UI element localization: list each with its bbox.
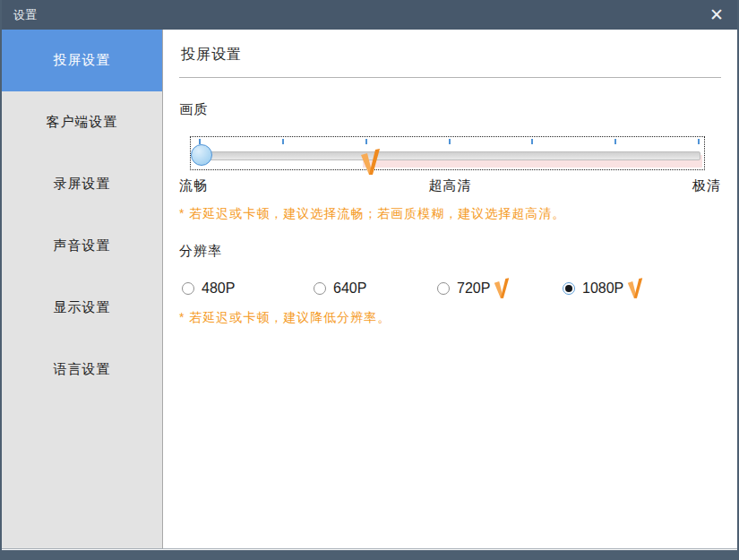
radio-circle-icon[interactable]: [314, 282, 326, 295]
settings-dialog: 设置 ✕ 投屏设置 客户端设置 录屏设置 声音设置 显示设置 语言设置: [0, 0, 739, 560]
close-icon[interactable]: ✕: [703, 3, 730, 27]
resolution-label: 分辨率: [179, 243, 721, 260]
radio-640p[interactable]: 640P: [314, 280, 437, 297]
sidebar-item-label: 客户端设置: [47, 114, 118, 131]
main-panel: 投屏设置 画质: [163, 30, 737, 548]
slider-tick: [614, 139, 616, 144]
radio-label: 720P: [457, 280, 490, 297]
sidebar-item-recording-settings[interactable]: 录屏设置: [2, 153, 162, 215]
resolution-options: 480P 640P 720P: [179, 278, 721, 298]
radio-1080p[interactable]: 1080P: [563, 278, 643, 298]
slider-label-ultra-hd: 超高清: [429, 177, 472, 194]
sidebar-item-label: 声音设置: [54, 237, 111, 254]
slider-scale-labels: 流畅 超高清 极清: [179, 177, 721, 194]
radio-circle-icon[interactable]: [437, 282, 450, 295]
resolution-note: * 若延迟或卡顿，建议降低分辨率。: [179, 310, 721, 326]
sidebar-item-client-settings[interactable]: 客户端设置: [2, 91, 162, 153]
vip-check-icon: [360, 149, 381, 178]
sidebar-item-sound-settings[interactable]: 声音设置: [2, 215, 162, 277]
radio-circle-icon[interactable]: [563, 282, 575, 295]
dialog-body: 投屏设置 客户端设置 录屏设置 声音设置 显示设置 语言设置 投屏设置 画质: [2, 30, 737, 549]
sidebar-item-display-settings[interactable]: 显示设置: [2, 277, 162, 339]
window-bottom-frame: [2, 550, 737, 560]
slider-tick: [282, 139, 284, 144]
sidebar-item-label: 显示设置: [54, 299, 111, 316]
slider-label-extreme: 极清: [692, 177, 721, 194]
sidebar-item-label: 语言设置: [54, 361, 111, 378]
quality-slider[interactable]: [190, 136, 705, 170]
slider-tick: [365, 139, 367, 144]
radio-720p[interactable]: 720P: [437, 278, 563, 298]
quality-note: * 若延迟或卡顿，建议选择流畅；若画质模糊，建议选择超高清。: [179, 206, 721, 222]
quality-label: 画质: [179, 101, 721, 118]
sidebar-item-label: 投屏设置: [54, 52, 111, 69]
radio-480p[interactable]: 480P: [182, 280, 314, 297]
sidebar: 投屏设置 客户端设置 录屏设置 声音设置 显示设置 语言设置: [2, 30, 163, 548]
sidebar-item-label: 录屏设置: [54, 176, 111, 193]
slider-tick: [449, 139, 451, 144]
slider-label-smooth: 流畅: [179, 177, 208, 194]
sidebar-item-cast-settings[interactable]: 投屏设置: [2, 30, 162, 91]
radio-label: 1080P: [582, 280, 623, 297]
titlebar: 设置 ✕: [2, 0, 737, 30]
radio-label: 640P: [333, 280, 366, 297]
slider-track[interactable]: [194, 151, 700, 160]
vip-check-icon: [494, 278, 510, 298]
slider-tick: [698, 139, 700, 144]
slider-tick: [531, 139, 533, 144]
window-title: 设置: [13, 7, 37, 23]
slider-handle[interactable]: [191, 144, 212, 166]
vip-check-icon: [627, 278, 643, 298]
sidebar-item-language-settings[interactable]: 语言设置: [2, 339, 162, 401]
page-title: 投屏设置: [179, 42, 721, 78]
radio-label: 480P: [202, 280, 235, 297]
radio-circle-icon[interactable]: [182, 282, 194, 295]
